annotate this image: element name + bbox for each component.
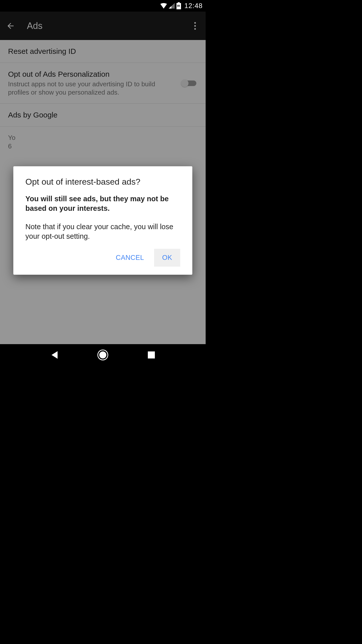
status-bar: 89 12:48: [0, 0, 206, 12]
dialog-title: Opt out of interest-based ads?: [25, 177, 180, 187]
svg-point-4: [194, 28, 196, 29]
circle-home-icon: [97, 349, 108, 360]
cellular-signal-icon: [169, 3, 175, 9]
wifi-icon: [160, 3, 167, 9]
overflow-menu-button[interactable]: [190, 21, 200, 31]
svg-point-6: [99, 351, 106, 358]
dialog-actions: CANCEL OK: [25, 249, 180, 267]
square-recents-icon: [148, 351, 155, 358]
page-title: Ads: [27, 21, 42, 31]
dialog-body-bold: You will still see ads, but they may not…: [25, 194, 180, 213]
app-bar: Ads: [0, 12, 206, 40]
navigation-bar: [0, 344, 206, 366]
nav-recents-button[interactable]: [145, 349, 158, 361]
nav-home-button[interactable]: [97, 349, 109, 361]
ok-button[interactable]: OK: [154, 249, 180, 267]
svg-rect-0: [178, 2, 180, 3]
nav-back-button[interactable]: [48, 349, 61, 361]
triangle-back-icon: [51, 351, 58, 359]
battery-icon: 89: [176, 2, 181, 9]
svg-rect-7: [148, 351, 155, 358]
svg-point-3: [194, 25, 196, 26]
opt-out-dialog: Opt out of interest-based ads? You will …: [13, 166, 192, 275]
svg-point-2: [194, 22, 196, 23]
settings-content: Reset advertising ID Opt out of Ads Pers…: [0, 40, 206, 344]
more-vert-icon: [194, 22, 196, 30]
back-button[interactable]: [6, 21, 16, 31]
cancel-button[interactable]: CANCEL: [109, 249, 151, 267]
battery-percent: 89: [177, 5, 180, 7]
dialog-body: Note that if you clear your cache, you w…: [25, 222, 180, 241]
arrow-back-icon: [6, 21, 15, 30]
status-time: 12:48: [184, 2, 203, 10]
